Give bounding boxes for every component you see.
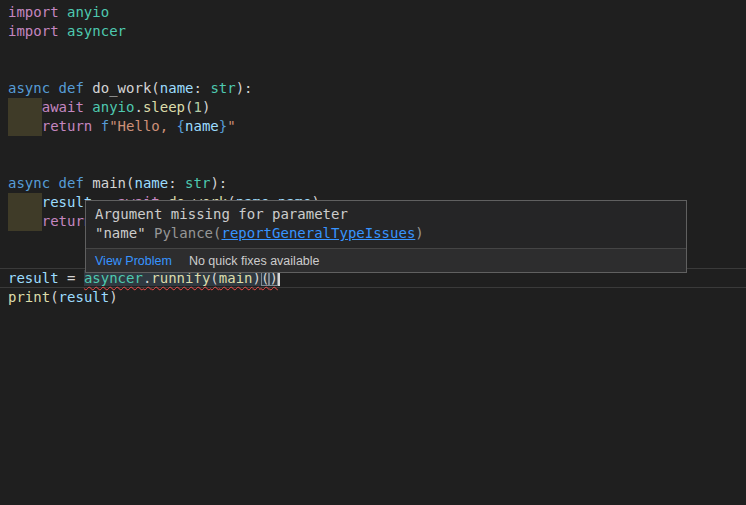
code-token: name bbox=[185, 118, 219, 134]
code-token: def bbox=[59, 175, 84, 191]
code-line-5[interactable]: await anyio.sleep(1) bbox=[8, 98, 210, 117]
error-tooltip: Argument missing for parameter"name" Pyl… bbox=[85, 200, 687, 273]
code-token: async bbox=[8, 80, 50, 96]
code-token: name bbox=[160, 80, 194, 96]
error-message-quoted: "name" bbox=[95, 225, 154, 241]
code-line-6[interactable]: return f"Hello, {name}" bbox=[8, 117, 236, 136]
code-token bbox=[8, 194, 42, 210]
code-token: asyncer bbox=[67, 23, 126, 39]
code-token: : bbox=[194, 80, 202, 96]
code-token bbox=[8, 118, 42, 134]
code-token bbox=[177, 175, 185, 191]
code-token: "Hello, bbox=[109, 118, 176, 134]
code-token: f bbox=[101, 118, 109, 134]
code-line-1[interactable]: import asyncer bbox=[8, 22, 126, 41]
code-token: result bbox=[59, 289, 110, 305]
code-token: str bbox=[210, 80, 235, 96]
error-message: Argument missing for parameter"name" Pyl… bbox=[86, 201, 686, 248]
code-token: import bbox=[8, 23, 59, 39]
code-token: do_work bbox=[92, 80, 151, 96]
code-token: ) bbox=[202, 99, 210, 115]
code-token: = bbox=[59, 270, 84, 286]
code-token bbox=[8, 99, 42, 115]
code-token: ( bbox=[151, 80, 159, 96]
error-rule-link[interactable]: reportGeneralTypeIssues bbox=[221, 225, 415, 241]
code-token: ( bbox=[50, 289, 58, 305]
code-token: ): bbox=[210, 175, 227, 191]
code-line-4[interactable]: async def do_work(name: str): bbox=[8, 79, 253, 98]
code-token: main bbox=[92, 175, 126, 191]
code-token: async bbox=[8, 175, 50, 191]
code-token bbox=[50, 80, 58, 96]
code-token: import bbox=[8, 4, 59, 20]
code-token: " bbox=[227, 118, 235, 134]
code-token: { bbox=[177, 118, 185, 134]
error-source-prefix: Pylance( bbox=[154, 225, 221, 241]
code-token: ): bbox=[236, 80, 253, 96]
code-token bbox=[59, 4, 67, 20]
code-line-9[interactable]: async def main(name: str): bbox=[8, 174, 227, 193]
code-token: print bbox=[8, 289, 50, 305]
no-quick-fixes-label: No quick fixes available bbox=[189, 254, 320, 268]
code-line-0[interactable]: import anyio bbox=[8, 3, 109, 22]
code-token: name bbox=[134, 175, 168, 191]
code-token: return bbox=[42, 118, 93, 134]
code-token: } bbox=[219, 118, 227, 134]
code-token: await bbox=[42, 99, 84, 115]
code-token: sleep bbox=[143, 99, 185, 115]
code-token: 1 bbox=[194, 99, 202, 115]
code-token bbox=[59, 23, 67, 39]
code-token: str bbox=[185, 175, 210, 191]
error-message-line1: Argument missing for parameter bbox=[95, 206, 348, 222]
code-token: def bbox=[59, 80, 84, 96]
code-token bbox=[50, 175, 58, 191]
code-token: ( bbox=[185, 99, 193, 115]
code-token: result bbox=[8, 270, 59, 286]
error-source-suffix: ) bbox=[415, 225, 423, 241]
view-problem-link[interactable]: View Problem bbox=[95, 254, 172, 268]
code-token: : bbox=[168, 175, 176, 191]
tooltip-status-bar: View Problem No quick fixes available bbox=[86, 248, 686, 272]
code-token bbox=[8, 213, 42, 229]
code-token: anyio bbox=[92, 99, 134, 115]
code-token: anyio bbox=[67, 4, 109, 20]
code-editor[interactable]: import anyioimport asyncerasync def do_w… bbox=[0, 0, 746, 505]
code-token: . bbox=[134, 99, 142, 115]
code-token bbox=[92, 118, 100, 134]
code-line-15[interactable]: print(result) bbox=[8, 288, 118, 307]
code-token: ) bbox=[109, 289, 117, 305]
